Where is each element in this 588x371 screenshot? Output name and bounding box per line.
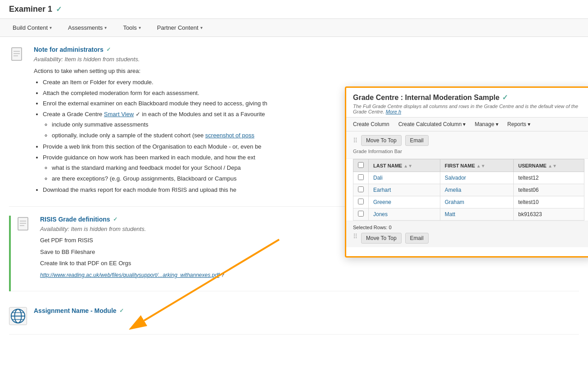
page-header: Examiner 1 ✓ <box>0 0 588 19</box>
grade-nav-create-calc[interactable]: Create Calculated Column ▾ <box>398 121 466 127</box>
nav-partner-content-arrow: ▾ <box>200 25 203 30</box>
assignment-icon <box>9 307 27 325</box>
first-name-sort[interactable]: ▲▼ <box>476 163 485 168</box>
grade-subtitle: The Full Grade Centre displays all colum… <box>353 104 584 114</box>
bottom-btns: ⠿ Move To Top Email <box>353 233 584 244</box>
screenshot-link[interactable]: screenshot of poss <box>205 132 254 139</box>
risis-link-suffix: ? <box>221 271 224 278</box>
table-row: Dali Salvador teltest12 <box>353 172 584 184</box>
select-all-checkbox[interactable] <box>358 162 364 168</box>
risis-check-icon: ✓ <box>113 216 118 222</box>
row-4-username: bk916323 <box>514 208 584 221</box>
bottom-drag-icon: ⠿ <box>353 233 357 244</box>
note-admin-availability: Availability: Item is hidden from studen… <box>34 55 579 64</box>
row-2-first[interactable]: Amelia <box>445 187 461 193</box>
col-last-name: LAST NAME ▲▼ <box>369 159 440 172</box>
nav-partner-content[interactable]: Partner Content ▾ <box>154 23 206 33</box>
row-3-first[interactable]: Graham <box>445 199 464 205</box>
title-text: Examiner 1 <box>9 5 52 14</box>
row-1-username: teltest12 <box>514 172 584 184</box>
last-name-sort[interactable]: ▲▼ <box>403 163 412 168</box>
username-sort[interactable]: ▲▼ <box>548 163 557 168</box>
grade-info-bar: Grade Information Bar <box>353 148 584 155</box>
note-admin-check-icon: ✓ <box>106 46 111 53</box>
svg-rect-4 <box>18 217 28 230</box>
move-to-top-btn-bottom[interactable]: Move To Top <box>361 233 402 244</box>
assignment-title-text: Assignment Name - Module <box>34 307 117 314</box>
assignment-check-icon: ✓ <box>119 308 124 314</box>
note-admin-title[interactable]: Note for administrators ✓ <box>34 46 579 53</box>
risis-title-text: RISIS Grade definitions <box>40 216 110 223</box>
row-3-checkbox[interactable] <box>358 199 364 204</box>
row-1-first[interactable]: Salvador <box>445 175 466 181</box>
assignment-body: Assignment Name - Module ✓ <box>34 307 579 325</box>
table-row: Greene Graham teltest10 <box>353 196 584 208</box>
table-row: Jones Matt bk916323 <box>353 208 584 221</box>
nav-build-content-label: Build Content <box>13 24 48 31</box>
row-2-last[interactable]: Earhart <box>373 187 391 193</box>
row-1-last[interactable]: Dali <box>373 175 383 181</box>
svg-rect-0 <box>12 48 22 60</box>
risis-pdf-link[interactable]: http://www.reading.ac.uk/web/files/quali… <box>40 272 219 278</box>
selected-rows-label: Selected Rows: 0 <box>353 225 584 230</box>
risis-icon <box>15 216 33 234</box>
row-4-checkbox[interactable] <box>358 211 364 217</box>
grade-title: Grade Centre : Internal Moderation Sampl… <box>353 93 584 102</box>
note-admin-title-text: Note for administrators <box>34 46 104 53</box>
grade-nav-create-column[interactable]: Create Column <box>353 121 389 127</box>
col-first-name: FIRST NAME ▲▼ <box>440 159 513 172</box>
grade-more-link[interactable]: More h <box>386 109 401 114</box>
nav-tools-label: Tools <box>123 24 136 31</box>
grade-header: Grade Centre : Internal Moderation Sampl… <box>346 88 588 118</box>
grade-nav-reports-arrow: ▾ <box>528 121 530 127</box>
row-3-username: teltest10 <box>514 196 584 208</box>
nav-tools[interactable]: Tools ▾ <box>119 23 144 33</box>
email-btn-bottom[interactable]: Email <box>405 233 429 244</box>
smart-view-link[interactable]: Smart View <box>104 111 134 118</box>
nav-assessments-arrow: ▾ <box>104 25 107 30</box>
grade-centre-popup: Grade Centre : Internal Moderation Sampl… <box>345 86 588 258</box>
col-username: USERNAME ▲▼ <box>514 159 584 172</box>
grade-check-icon: ✓ <box>502 93 508 102</box>
nav-partner-content-label: Partner Content <box>157 24 199 31</box>
navbar: Build Content ▾ Assessments ▾ Tools ▾ Pa… <box>0 19 588 37</box>
nav-build-content[interactable]: Build Content ▾ <box>9 23 55 33</box>
row-4-last[interactable]: Jones <box>373 211 388 217</box>
nav-build-content-arrow: ▾ <box>50 25 52 30</box>
table-row: Earhart Amelia teltest06 <box>353 184 584 196</box>
grade-title-text: Grade Centre : Internal Moderation Sampl… <box>353 94 499 102</box>
nav-assessments[interactable]: Assessments ▾ <box>64 23 110 33</box>
assignment-title[interactable]: Assignment Name - Module ✓ <box>34 307 579 314</box>
grade-bottom-toolbar: Selected Rows: 0 ⠿ Move To Top Email <box>346 221 588 247</box>
row-2-username: teltest06 <box>514 184 584 196</box>
email-btn-top[interactable]: Email <box>405 135 429 146</box>
grade-table: LAST NAME ▲▼ FIRST NAME ▲▼ USERNAME ▲▼ <box>353 159 584 221</box>
grade-nav-reports[interactable]: Reports ▾ <box>507 121 530 127</box>
row-4-first[interactable]: Matt <box>445 211 455 217</box>
move-to-top-btn-top[interactable]: Move To Top <box>361 135 402 146</box>
note-admin-body-heading: Actions to take when setting up this are… <box>34 67 579 76</box>
title-check-icon: ✓ <box>56 5 62 14</box>
grade-nav-manage[interactable]: Manage ▾ <box>475 121 498 127</box>
assignment-item: Assignment Name - Module ✓ <box>9 300 579 335</box>
toolbar-drag-icon: ⠿ <box>353 137 357 144</box>
note-admin-icon <box>9 46 27 64</box>
grade-table-wrapper: LAST NAME ▲▼ FIRST NAME ▲▼ USERNAME ▲▼ <box>346 159 588 221</box>
nav-assessments-label: Assessments <box>68 24 103 31</box>
nav-tools-arrow: ▾ <box>139 25 141 30</box>
grade-nav-calc-arrow: ▾ <box>463 121 466 127</box>
risis-line-3: Create link to that PDF on EE Orgs <box>40 259 579 268</box>
row-2-checkbox[interactable] <box>358 186 364 192</box>
page-title: Examiner 1 ✓ <box>9 5 62 14</box>
grade-bottom-spacer <box>346 247 588 256</box>
grade-nav-manage-arrow: ▾ <box>496 121 498 127</box>
main-content: Note for administrators ✓ Availability: … <box>0 37 588 353</box>
row-1-checkbox[interactable] <box>358 174 364 180</box>
col-checkbox <box>353 159 369 172</box>
row-3-last[interactable]: Greene <box>373 199 391 205</box>
grade-toolbar-top: ⠿ Move To Top Email Grade Information Ba… <box>346 131 588 159</box>
bullet-1: Create an Item or Folder for every modul… <box>43 78 579 87</box>
grade-nav: Create Column Create Calculated Column ▾… <box>346 118 588 131</box>
